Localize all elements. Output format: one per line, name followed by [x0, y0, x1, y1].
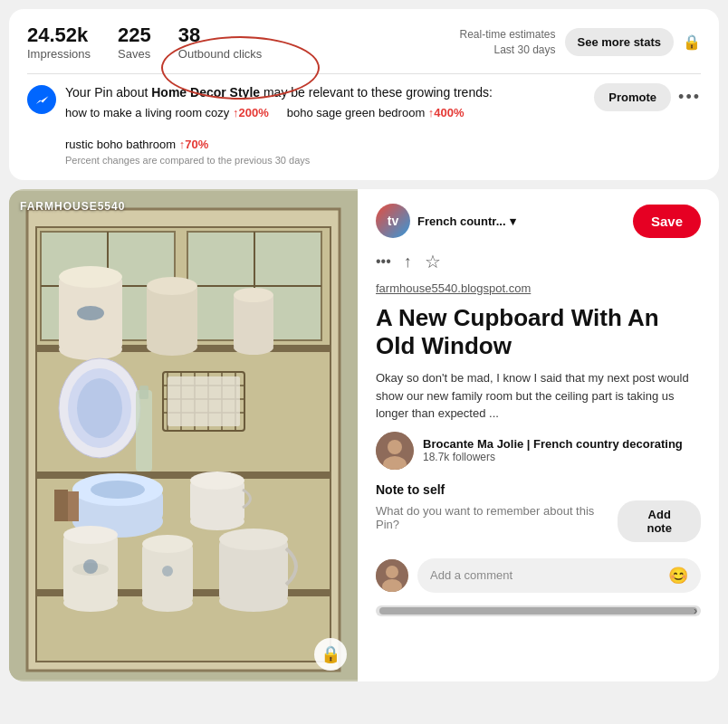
pin-image-container: FARMHOUSE5540: [9, 189, 358, 681]
svg-point-15: [77, 306, 104, 320]
note-placeholder: What do you want to remember about this …: [376, 504, 618, 531]
svg-point-56: [219, 529, 288, 550]
emoji-icon[interactable]: 😊: [668, 566, 688, 586]
save-button[interactable]: Save: [633, 205, 701, 238]
svg-rect-37: [139, 386, 148, 399]
svg-rect-20: [234, 295, 273, 348]
scroll-right-icon[interactable]: ›: [690, 605, 701, 617]
note-title: Note to self: [376, 482, 701, 497]
comment-section: Add a comment 😊: [376, 558, 701, 593]
trend-row: Your Pin about Home Decor Style may be r…: [27, 83, 701, 166]
svg-point-57: [83, 559, 98, 574]
stats-right-section: Real-time estimates Last 30 days See mor…: [459, 27, 701, 58]
svg-point-44: [190, 472, 244, 490]
note-section: Note to self What do you want to remembe…: [376, 482, 701, 542]
svg-rect-35: [168, 376, 240, 426]
trend-actions: Promote •••: [594, 83, 701, 111]
pin-description: Okay so don't be mad, I know I said that…: [376, 369, 701, 423]
trend-keywords: how to make a living room cozy ↑200% boh…: [65, 106, 594, 151]
svg-point-58: [162, 566, 173, 576]
board-name: French countr...: [417, 214, 506, 228]
pin-card: FARMHOUSE5540: [9, 189, 719, 681]
trend-content: Your Pin about Home Decor Style may be r…: [27, 83, 594, 166]
board-selector[interactable]: French countr... ▾: [417, 214, 516, 228]
comment-placeholder: Add a comment: [430, 568, 512, 582]
svg-point-49: [63, 526, 118, 544]
trend-text-block: Your Pin about Home Decor Style may be r…: [65, 83, 594, 166]
pin-detail: tv French countr... ▾ Save ••• ↑ ☆ farmh…: [358, 189, 719, 681]
chevron-down-icon: ▾: [510, 214, 516, 228]
promote-button[interactable]: Promote: [594, 83, 671, 111]
impressions-label: Impressions: [27, 47, 91, 61]
pin-image-svg: [9, 189, 358, 681]
trend-note: Percent changes are compared to the prev…: [65, 155, 594, 166]
svg-point-63: [386, 566, 398, 578]
trend-keyword-3: rustic boho bathroom ↑70%: [65, 138, 208, 151]
svg-rect-4: [36, 472, 330, 479]
lock-overlay-icon: 🔒: [321, 644, 340, 664]
svg-rect-17: [147, 286, 197, 347]
more-options-icon-button[interactable]: •••: [376, 253, 391, 270]
more-options-button[interactable]: •••: [678, 88, 701, 107]
share-icon-button[interactable]: ↑: [404, 252, 412, 272]
see-more-stats-button[interactable]: See more stats: [565, 28, 675, 56]
svg-point-60: [388, 440, 402, 454]
scrollbar[interactable]: ‹ ›: [376, 605, 701, 616]
realtime-text: Real-time estimates Last 30 days: [459, 27, 555, 58]
author-name: Brocante Ma Jolie | French country decor…: [423, 437, 683, 451]
pin-link[interactable]: farmhouse5540.blogspot.com: [376, 281, 701, 295]
svg-point-41: [91, 481, 145, 499]
svg-point-24: [77, 378, 122, 438]
trend-keyword-1: how to make a living room cozy ↑200%: [65, 106, 269, 119]
comment-input-wrap[interactable]: Add a comment 😊: [417, 558, 701, 593]
author-avatar-small: tv: [376, 204, 410, 238]
saves-value: 225: [118, 24, 151, 47]
divider: [27, 73, 701, 74]
pin-header-icons: ••• ↑ ☆: [376, 251, 701, 272]
author-followers: 18.7k followers: [423, 451, 683, 463]
outbound-clicks-stat: 38 Outbound clicks: [178, 24, 263, 61]
pin-header-left: tv French countr... ▾: [376, 204, 516, 238]
author-avatar: [376, 432, 414, 470]
author-info: Brocante Ma Jolie | French country decor…: [423, 437, 683, 463]
saves-label: Saves: [118, 47, 151, 61]
save-star-icon-button[interactable]: ☆: [425, 251, 441, 272]
svg-rect-36: [136, 390, 152, 472]
scroll-thumb[interactable]: [379, 607, 697, 614]
comment-user-avatar: [376, 559, 408, 592]
impressions-value: 24.52k: [27, 24, 91, 47]
impressions-stat: 24.52k Impressions: [27, 24, 91, 61]
pin-image-label: FARMHOUSE5540: [20, 200, 125, 213]
trend-text: Your Pin about Home Decor Style may be r…: [65, 83, 594, 102]
pin-title: A New Cupboard With An Old Window: [376, 304, 701, 360]
svg-rect-45: [54, 490, 68, 521]
pin-author: Brocante Ma Jolie | French country decor…: [376, 432, 701, 470]
svg-point-21: [234, 288, 273, 302]
svg-rect-46: [68, 491, 79, 521]
svg-point-18: [147, 277, 197, 295]
svg-point-14: [59, 266, 122, 288]
outbound-clicks-label: Outbound clicks: [178, 47, 263, 61]
lock-icon: 🔒: [683, 33, 701, 51]
save-overlay-button[interactable]: 🔒: [314, 638, 347, 671]
add-note-button[interactable]: Add note: [618, 500, 701, 542]
saves-stat: 225 Saves: [118, 24, 151, 61]
trend-icon: [27, 85, 56, 114]
svg-point-53: [142, 535, 193, 553]
pin-header: tv French countr... ▾ Save: [376, 204, 701, 238]
outbound-clicks-value: 38: [178, 24, 263, 47]
trend-keyword-2: boho sage green bedroom ↑400%: [287, 106, 465, 119]
